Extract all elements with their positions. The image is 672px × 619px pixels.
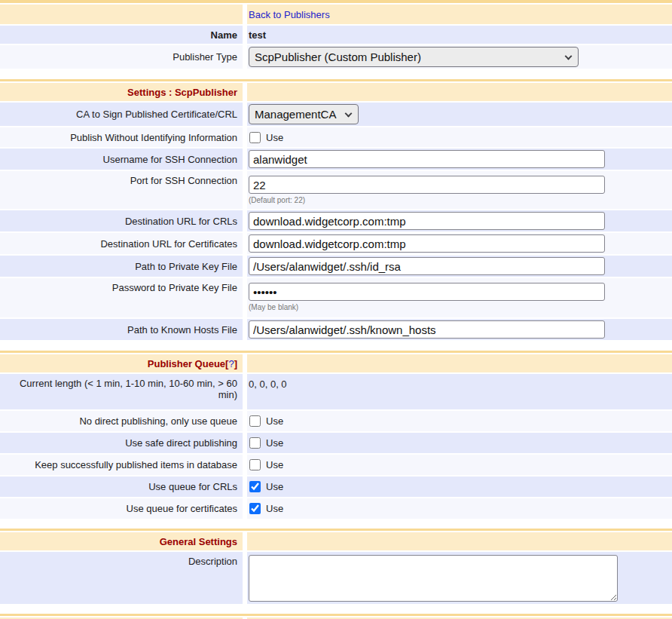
general-section-title: General Settings [160, 536, 237, 547]
use-queue-crls-checkbox[interactable] [249, 481, 261, 492]
checkbox-use-label: Use [266, 415, 283, 427]
section-settings-border [0, 79, 672, 81]
private-key-password-label: Password to Private Key File [112, 282, 237, 293]
keep-published-items-label: Keep successfully published items in dat… [35, 459, 237, 470]
anonymize-checkbox-label: Use [266, 132, 283, 143]
no-direct-publishing-label: No direct publishing, only use queue [79, 415, 237, 427]
section-publisher-queue: Publisher Queue[?] Current length (< 1 m… [0, 351, 672, 519]
description-label: Description [188, 556, 237, 567]
known-hosts-path-input[interactable] [249, 320, 605, 339]
private-key-password-input[interactable] [249, 283, 605, 301]
section-footer: Save and Test Connection Save Cancel [0, 614, 672, 619]
cert-url-label: Destination URL for Certificates [100, 238, 237, 250]
anonymize-checkbox[interactable] [249, 132, 261, 143]
section-general-settings: General Settings Description [0, 529, 672, 604]
publisher-type-label: Publisher Type [173, 51, 237, 63]
help-bracket-close: ] [234, 358, 237, 369]
ca-sign-label: CA to Sign Published Certificate/CRL [76, 109, 237, 120]
ssh-port-label: Port for SSH Connection [130, 175, 237, 186]
checkbox-use-label: Use [266, 503, 283, 514]
edit-publisher-page: Back to Publishers Name test Publisher T… [0, 0, 672, 619]
ssh-port-note: (Default port: 22) [249, 196, 605, 204]
queue-length-label: Current length (< 1 min, 1-10 min, 10-60… [3, 378, 237, 400]
use-queue-crls-label: Use queue for CRLs [148, 481, 237, 492]
name-label: Name [211, 29, 237, 41]
crl-url-label: Destination URL for CRLs [125, 216, 237, 227]
settings-section-title: Settings : ScpPublisher [127, 87, 237, 98]
checkbox-use-label: Use [266, 459, 283, 470]
keep-published-items-checkbox[interactable] [249, 459, 261, 470]
name-value: test [249, 29, 266, 41]
description-textarea[interactable] [249, 555, 618, 602]
section-general-border [0, 529, 672, 531]
use-queue-certificates-checkbox[interactable] [249, 503, 261, 514]
section-top-border [0, 0, 672, 3]
known-hosts-path-label: Path to Known Hosts File [127, 324, 237, 336]
private-key-path-label: Path to Private Key File [135, 261, 237, 272]
ssh-username-input[interactable] [249, 150, 605, 168]
cert-url-input[interactable] [249, 234, 605, 253]
header-spacer-cell [0, 5, 243, 24]
back-to-publishers-link[interactable]: Back to Publishers [249, 9, 330, 20]
ssh-username-label: Username for SSH Connection [103, 154, 237, 165]
section-queue-border [0, 351, 672, 353]
private-key-password-note: (May be blank) [249, 303, 605, 311]
no-direct-publishing-checkbox[interactable] [249, 415, 261, 427]
publisher-type-select[interactable]: ScpPublisher (Custom Publisher) [249, 47, 579, 67]
checkbox-use-label: Use [266, 437, 283, 449]
ssh-port-input[interactable] [249, 176, 605, 194]
safe-direct-publishing-checkbox[interactable] [249, 437, 261, 449]
use-queue-certificates-label: Use queue for certificates [127, 503, 237, 514]
crl-url-input[interactable] [249, 212, 605, 230]
queue-section-title: Publisher Queue [148, 358, 225, 369]
checkbox-use-label: Use [266, 481, 283, 492]
queue-help-link[interactable]: ? [228, 358, 234, 369]
private-key-path-input[interactable] [249, 257, 605, 275]
ca-sign-select[interactable]: ManagementCA [249, 104, 359, 124]
section-top: Back to Publishers Name test Publisher T… [0, 0, 672, 69]
safe-direct-publishing-label: Use safe direct publishing [125, 437, 237, 449]
queue-length-value: 0, 0, 0, 0 [249, 378, 287, 390]
section-settings: Settings : ScpPublisher CA to Sign Publi… [0, 79, 672, 340]
anonymize-label: Publish Without Identifying Information [70, 132, 237, 143]
section-footer-border [0, 614, 672, 616]
